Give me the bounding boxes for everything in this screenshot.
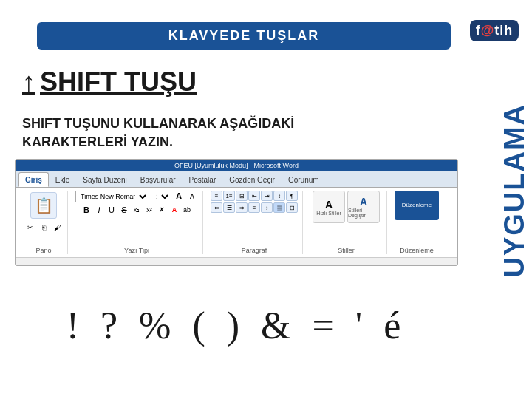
format-painter-button[interactable]: 🖌 bbox=[51, 222, 63, 233]
align-center-button[interactable]: ☰ bbox=[223, 202, 235, 213]
tab-basvurular[interactable]: Başvurular bbox=[134, 172, 183, 187]
bullets-button[interactable]: ≡ bbox=[211, 191, 222, 201]
ribbon-toolbar: 📋 ✂ ⎘ 🖌 Pano Times New Roman 12 A A B bbox=[16, 188, 457, 258]
styles-section: A Hızlı Stiller A Stilleri Değiştir bbox=[313, 191, 380, 223]
ribbon-titlebar: OFEU [Uyumluluk Modu] - Microsoft Word bbox=[16, 160, 457, 171]
align-row-1: ≡ 1≡ ⊞ ⇤ ⇥ ↕ ¶ bbox=[211, 191, 298, 201]
paste-button[interactable]: 📋 bbox=[30, 192, 57, 219]
bold-button[interactable]: B bbox=[81, 204, 92, 216]
tab-sayfa-duzeni[interactable]: Sayfa Düzeni bbox=[76, 172, 133, 187]
align-right-button[interactable]: ➡ bbox=[236, 202, 248, 213]
sort-button[interactable]: ↕ bbox=[273, 191, 285, 201]
shrink-font-button[interactable]: A bbox=[186, 191, 198, 202]
title-bar-text: KLAVYEDE TUŞLAR bbox=[168, 28, 320, 43]
indent-decrease-button[interactable]: ⇤ bbox=[248, 191, 260, 201]
clear-format-button[interactable]: ✗ bbox=[156, 204, 168, 216]
font-row: Times New Roman 12 A A bbox=[75, 191, 198, 202]
pano-label: Pano bbox=[35, 245, 51, 254]
ribbon-tabs: Giriş Ekle Sayfa Düzeni Başvurular Posta… bbox=[16, 171, 457, 188]
ribbon-section-yazi-tipi: Times New Roman 12 A A B I U S x₂ x² ✗ A… bbox=[71, 191, 203, 254]
ribbon-titlebar-text: OFEU [Uyumluluk Modu] - Microsoft Word bbox=[18, 162, 454, 169]
logo-box: f@tih bbox=[470, 20, 519, 41]
tab-postalar[interactable]: Postalar bbox=[183, 172, 223, 187]
duzenleme-label: Düzenleme bbox=[400, 245, 434, 254]
strikethrough-button[interactable]: S bbox=[118, 204, 130, 216]
font-color-button[interactable]: A bbox=[168, 204, 180, 216]
logo-at: @ bbox=[481, 23, 495, 38]
font-size-select[interactable]: 12 bbox=[151, 191, 171, 202]
chars-display: ! ? % ( ) & = ' é bbox=[15, 273, 458, 377]
borders-button[interactable]: ⊡ bbox=[286, 202, 298, 213]
underline-button[interactable]: U bbox=[106, 204, 117, 216]
cut-button[interactable]: ✂ bbox=[24, 222, 36, 233]
paragraf-label: Paragraf bbox=[242, 245, 267, 254]
duzenleme-button[interactable]: Düzenleme bbox=[395, 191, 439, 220]
main-heading: ↑SHIFT TUŞU bbox=[22, 66, 197, 98]
tab-gorunum[interactable]: Görünüm bbox=[282, 172, 326, 187]
shading-button[interactable]: ▒ bbox=[273, 202, 285, 213]
subtitle-line1: SHIFT TUŞUNU KULLANARAK AŞAĞIDAKİ bbox=[22, 115, 294, 133]
line-spacing-button[interactable]: ↕ bbox=[261, 202, 273, 213]
align-left-button[interactable]: ⬅ bbox=[211, 202, 222, 213]
heading-text: SHIFT TUŞU bbox=[40, 66, 197, 97]
tab-giris[interactable]: Giriş bbox=[18, 172, 49, 187]
indent-increase-button[interactable]: ⇥ bbox=[261, 191, 273, 201]
ribbon-section-duzenleme: Düzenleme Düzenleme bbox=[390, 191, 443, 254]
tab-ekle[interactable]: Ekle bbox=[49, 172, 76, 187]
align-section: ≡ 1≡ ⊞ ⇤ ⇥ ↕ ¶ ⬅ ☰ ➡ ≡ ↕ ▒ ⊡ bbox=[211, 191, 298, 213]
format-row: B I U S x₂ x² ✗ A ab bbox=[81, 204, 193, 216]
title-bar: KLAVYEDE TUŞLAR bbox=[37, 22, 451, 50]
subscript-button[interactable]: x₂ bbox=[131, 204, 143, 216]
ribbon-section-paragraf: ≡ 1≡ ⊞ ⇤ ⇥ ↕ ¶ ⬅ ☰ ➡ ≡ ↕ ▒ ⊡ P bbox=[206, 191, 303, 254]
ribbon-section-stiller: A Hızlı Stiller A Stilleri Değiştir Stil… bbox=[306, 191, 387, 254]
logo-area: f@tih bbox=[461, 4, 528, 56]
shift-arrow-icon: ↑ bbox=[22, 66, 35, 97]
subtitle-line2: KARAKTERLERİ YAZIN. bbox=[22, 133, 294, 151]
grow-font-button[interactable]: A bbox=[173, 191, 185, 202]
copy-button[interactable]: ⎘ bbox=[38, 222, 50, 233]
tab-gozden-gecir[interactable]: Gözden Geçir bbox=[222, 172, 282, 187]
align-row-2: ⬅ ☰ ➡ ≡ ↕ ▒ ⊡ bbox=[211, 202, 298, 213]
quick-style-2-button[interactable]: A Stilleri Değiştir bbox=[347, 191, 380, 223]
multilevel-button[interactable]: ⊞ bbox=[236, 191, 248, 201]
font-name-select[interactable]: Times New Roman bbox=[75, 191, 149, 202]
numbering-button[interactable]: 1≡ bbox=[223, 191, 235, 201]
quick-style-1-button[interactable]: A Hızlı Stiller bbox=[313, 191, 345, 223]
edit-section: Düzenleme bbox=[395, 191, 439, 220]
stiller-label: Stiller bbox=[338, 245, 355, 254]
italic-button[interactable]: I bbox=[93, 204, 105, 216]
word-ribbon: OFEU [Uyumluluk Modu] - Microsoft Word G… bbox=[15, 159, 458, 266]
ribbon-section-pano: 📋 ✂ ⎘ 🖌 Pano bbox=[20, 191, 68, 254]
subtitle: SHIFT TUŞUNU KULLANARAK AŞAĞIDAKİ KARAKT… bbox=[22, 115, 294, 151]
chars-text: ! ? % ( ) & = ' é bbox=[66, 304, 407, 347]
yazi-tipi-label: Yazı Tipi bbox=[124, 245, 149, 254]
superscript-button[interactable]: x² bbox=[143, 204, 155, 216]
show-formatting-button[interactable]: ¶ bbox=[286, 191, 298, 201]
justify-button[interactable]: ≡ bbox=[248, 202, 260, 213]
highlight-button[interactable]: ab bbox=[181, 204, 193, 216]
uygulama-text: UYGULAMA bbox=[499, 103, 531, 278]
